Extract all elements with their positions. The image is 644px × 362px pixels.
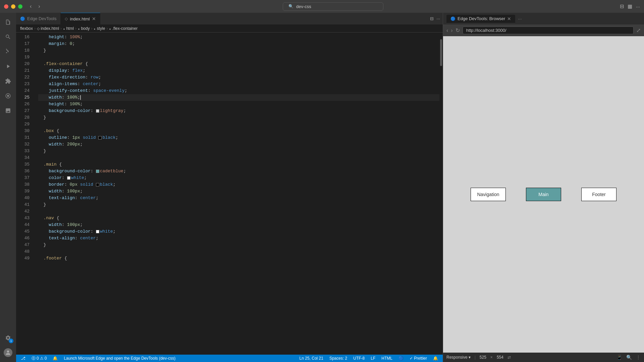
browser-box-main: Main	[526, 188, 561, 201]
code-line-46: text-align: center;	[38, 235, 439, 242]
dimension-sep-1: |	[475, 355, 476, 360]
code-line-17: margin: 0;	[38, 41, 439, 47]
close-button[interactable]	[4, 4, 8, 9]
browser-more-icon[interactable]: ···	[518, 16, 522, 21]
sidebar-item-run-debug[interactable]	[1, 60, 15, 73]
code-content[interactable]: height: 100%; margin: 0; } .flex-contain…	[33, 33, 439, 355]
sidebar-item-settings[interactable]: 1	[1, 331, 15, 345]
forward-button[interactable]: ›	[36, 3, 42, 10]
edge-devtools-tab-label: Edge DevTools	[27, 16, 56, 21]
breadcrumb-item-flexbox[interactable]: flexbox	[20, 26, 33, 31]
code-line-40: text-align: center;	[38, 195, 439, 201]
status-errors[interactable]: ⓪ 0 ⚠ 0	[30, 355, 48, 362]
browser-tab-label: Edge DevTools: Browser	[458, 16, 505, 21]
status-line-ending[interactable]: LF	[369, 355, 377, 362]
tab-close-icon[interactable]: ✕	[92, 16, 96, 21]
code-line-33: }	[38, 148, 439, 155]
browser-refresh-button[interactable]: ↻	[455, 27, 460, 34]
titlebar-actions: ⊟ ▦ ···	[620, 3, 640, 9]
browser-back-button[interactable]: ‹	[446, 27, 448, 34]
color-swatch-black-1	[98, 136, 102, 139]
status-info-message[interactable]: Launch Microsoft Edge and open the Edge …	[62, 355, 177, 362]
code-line-26: height: 100%;	[38, 101, 439, 108]
status-prettier[interactable]: ✓ Prettier	[408, 355, 428, 362]
viewport-width[interactable]: 525	[480, 355, 486, 360]
browser-forward-button[interactable]: ›	[451, 27, 452, 34]
sidebar-item-devtools[interactable]	[1, 89, 15, 103]
status-devtools[interactable]: 🔵	[397, 355, 405, 362]
sidebar-item-source-control[interactable]	[1, 45, 15, 58]
browser-viewport: Navigation Main Footer	[443, 36, 644, 353]
zoom-icon[interactable]: 🔍	[626, 355, 632, 360]
sidebar-item-media[interactable]	[1, 104, 15, 117]
avatar	[4, 348, 12, 357]
code-line-35: .main {	[38, 161, 439, 168]
minimize-button[interactable]	[11, 4, 15, 9]
editor-scrollbar[interactable]	[439, 33, 443, 355]
status-language[interactable]: HTML	[380, 355, 394, 362]
more-icon[interactable]: ···	[636, 4, 640, 9]
breadcrumb: flexbox › ◇ index.html › ⬥ html › ⬥ body…	[16, 24, 443, 33]
browser-bottom-right: 📱 🔍 ⋮	[616, 355, 641, 360]
status-cursor-position[interactable]: Ln 25, Col 21	[298, 355, 325, 362]
code-line-22: flex-direction: row;	[38, 74, 439, 81]
emulate-icon[interactable]: 📱	[616, 355, 622, 360]
code-line-18: }	[38, 47, 439, 54]
code-line-19	[38, 54, 439, 61]
breadcrumb-sep-3: ›	[75, 26, 76, 31]
code-line-41: }	[38, 201, 439, 208]
split-editor-icon[interactable]: ⊟	[430, 16, 434, 21]
viewport-height[interactable]: 554	[497, 355, 503, 360]
sidebar-item-explorer[interactable]	[1, 15, 15, 29]
responsive-dropdown[interactable]: Responsive ▾	[446, 355, 471, 360]
sidebar-item-extensions[interactable]	[1, 74, 15, 88]
back-button[interactable]: ‹	[28, 3, 34, 10]
notification-bell-icon: 🔔	[433, 356, 438, 361]
warning-icon: ⚠	[40, 356, 44, 361]
activity-bottom: 1	[1, 331, 15, 362]
code-line-21: display: flex;	[38, 67, 439, 74]
minimap-thumb[interactable]	[440, 39, 442, 66]
browser-boxes-container: Navigation Main Footer	[471, 188, 616, 201]
status-notification[interactable]: 🔔	[432, 355, 439, 362]
code-line-24: justify-content: space-evenly;	[38, 87, 439, 94]
status-right: Ln 25, Col 21 Spaces: 2 UTF-8 LF HTML 🔵	[298, 355, 439, 362]
tab-index-html[interactable]: ◇ index.html ✕	[61, 13, 100, 24]
status-remote[interactable]: ⎇	[19, 355, 27, 362]
breadcrumb-item-body[interactable]: ⬥ body	[78, 26, 90, 31]
maximize-button[interactable]	[18, 4, 22, 9]
breadcrumb-item-html[interactable]: ⬥ html	[63, 26, 74, 31]
browser-pane: 🔵 Edge DevTools: Browser ✕ ··· ‹ › ↻ ⤢ N…	[443, 13, 644, 362]
prettier-text: ✓ Prettier	[410, 356, 427, 361]
split-layout-icon[interactable]: ⊟	[620, 3, 624, 9]
code-line-34	[38, 155, 439, 161]
browser-inspect-icon[interactable]: ⤢	[636, 27, 641, 34]
branch-icon	[5, 49, 11, 55]
status-encoding[interactable]: UTF-8	[352, 355, 366, 362]
browser-toolbar: ‹ › ↻ ⤢	[443, 24, 644, 36]
status-bar: ⎇ ⓪ 0 ⚠ 0 🔔 Launch Microsoft Edge and op…	[16, 355, 443, 362]
code-editor[interactable]: 16171819 20212223 24252627 28293031 3233…	[16, 33, 443, 355]
status-bell[interactable]: 🔔	[51, 355, 59, 362]
breadcrumb-item-flex-container[interactable]: ⬥ .flex-container	[109, 26, 138, 31]
sidebar-item-search[interactable]	[1, 30, 15, 44]
status-spaces[interactable]: Spaces: 2	[328, 355, 348, 362]
breadcrumb-sep-2: ›	[60, 26, 62, 31]
search-bar[interactable]: 🔍 dev-css	[283, 2, 383, 11]
breadcrumb-item-index-html[interactable]: ◇ index.html	[37, 26, 59, 31]
sidebar-item-account[interactable]	[1, 346, 15, 359]
code-line-25: width: 100%;	[38, 94, 439, 101]
browser-address-bar[interactable]	[463, 26, 634, 34]
more-tools-icon[interactable]: ⋮	[636, 355, 641, 360]
tab-edge-devtools[interactable]: 🔵 Edge DevTools	[16, 13, 61, 24]
breadcrumb-sep-1: ›	[34, 26, 36, 31]
main-label: Main	[538, 192, 548, 197]
error-icon: ⓪	[32, 356, 36, 361]
swap-dimensions-icon[interactable]: ⇄	[507, 355, 511, 360]
more-actions-icon[interactable]: ···	[436, 16, 440, 21]
search-bar-container: 🔍 dev-css	[46, 2, 620, 11]
layout-icon[interactable]: ▦	[628, 3, 632, 9]
breadcrumb-item-style[interactable]: ⬥ style	[94, 26, 105, 31]
browser-tab-close-icon[interactable]: ✕	[507, 16, 511, 21]
browser-tab-devtools[interactable]: 🔵 Edge DevTools: Browser ✕	[446, 15, 515, 23]
